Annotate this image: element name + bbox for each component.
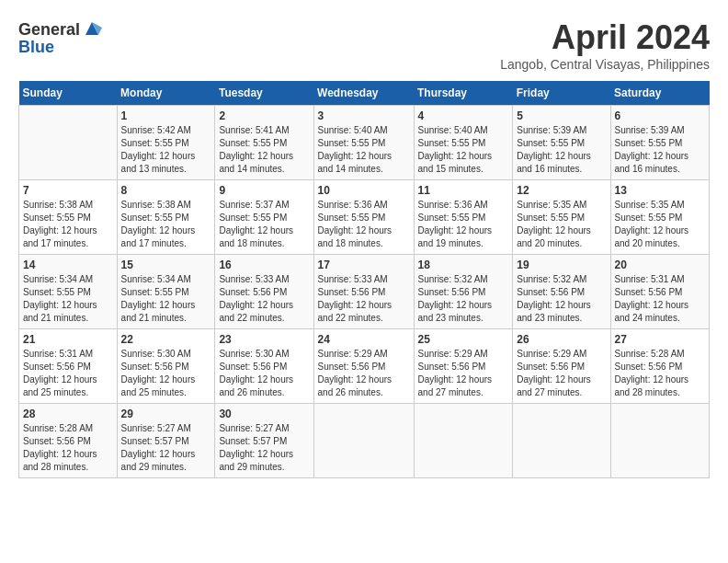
- calendar-cell: 23Sunrise: 5:30 AM Sunset: 5:56 PM Dayli…: [215, 329, 313, 404]
- weekday-header-friday: Friday: [513, 81, 610, 106]
- title-area: April 2024 Langob, Central Visayas, Phil…: [500, 18, 710, 72]
- day-number: 20: [615, 259, 706, 271]
- calendar-cell: 16Sunrise: 5:33 AM Sunset: 5:56 PM Dayli…: [215, 255, 313, 329]
- day-number: 8: [121, 184, 211, 197]
- day-info: Sunrise: 5:40 AM Sunset: 5:55 PM Dayligh…: [418, 124, 509, 176]
- day-number: 17: [318, 259, 410, 271]
- day-info: Sunrise: 5:37 AM Sunset: 5:55 PM Dayligh…: [219, 199, 309, 250]
- calendar-week-3: 14Sunrise: 5:34 AM Sunset: 5:55 PM Dayli…: [19, 255, 710, 329]
- calendar-cell: [513, 404, 610, 478]
- day-info: Sunrise: 5:33 AM Sunset: 5:56 PM Dayligh…: [318, 273, 410, 325]
- day-number: 3: [318, 109, 410, 122]
- day-info: Sunrise: 5:31 AM Sunset: 5:56 PM Dayligh…: [23, 348, 113, 399]
- day-info: Sunrise: 5:38 AM Sunset: 5:55 PM Dayligh…: [23, 199, 113, 250]
- day-info: Sunrise: 5:29 AM Sunset: 5:56 PM Dayligh…: [418, 348, 509, 399]
- calendar-cell: 15Sunrise: 5:34 AM Sunset: 5:55 PM Dayli…: [117, 255, 215, 329]
- day-number: 24: [318, 333, 410, 346]
- day-info: Sunrise: 5:39 AM Sunset: 5:55 PM Dayligh…: [517, 124, 606, 176]
- weekday-header-tuesday: Tuesday: [215, 81, 313, 106]
- weekday-header-monday: Monday: [117, 81, 215, 106]
- day-info: Sunrise: 5:28 AM Sunset: 5:56 PM Dayligh…: [615, 348, 706, 399]
- calendar-cell: 24Sunrise: 5:29 AM Sunset: 5:56 PM Dayli…: [313, 329, 414, 404]
- day-info: Sunrise: 5:34 AM Sunset: 5:55 PM Dayligh…: [121, 273, 211, 325]
- day-info: Sunrise: 5:39 AM Sunset: 5:55 PM Dayligh…: [615, 124, 706, 176]
- day-number: 12: [517, 184, 606, 197]
- calendar-cell: 18Sunrise: 5:32 AM Sunset: 5:56 PM Dayli…: [414, 255, 513, 329]
- calendar-cell: 2Sunrise: 5:41 AM Sunset: 5:55 PM Daylig…: [215, 106, 313, 180]
- day-info: Sunrise: 5:29 AM Sunset: 5:56 PM Dayligh…: [318, 348, 410, 399]
- day-number: 16: [219, 259, 309, 271]
- day-info: Sunrise: 5:35 AM Sunset: 5:55 PM Dayligh…: [517, 199, 606, 250]
- calendar-cell: 8Sunrise: 5:38 AM Sunset: 5:55 PM Daylig…: [117, 180, 215, 255]
- calendar-cell: 14Sunrise: 5:34 AM Sunset: 5:55 PM Dayli…: [19, 255, 118, 329]
- day-info: Sunrise: 5:36 AM Sunset: 5:55 PM Dayligh…: [418, 199, 509, 250]
- day-number: 18: [418, 259, 509, 271]
- weekday-header-wednesday: Wednesday: [313, 81, 414, 106]
- day-number: 4: [418, 109, 509, 122]
- calendar-cell: [19, 106, 118, 180]
- calendar-cell: 7Sunrise: 5:38 AM Sunset: 5:55 PM Daylig…: [19, 180, 118, 255]
- day-number: 14: [23, 259, 113, 271]
- day-info: Sunrise: 5:30 AM Sunset: 5:56 PM Dayligh…: [121, 348, 211, 399]
- day-info: Sunrise: 5:40 AM Sunset: 5:55 PM Dayligh…: [318, 124, 410, 176]
- day-number: 11: [418, 184, 509, 197]
- logo-icon: [82, 18, 102, 41]
- calendar-cell: [610, 404, 710, 478]
- day-info: Sunrise: 5:36 AM Sunset: 5:55 PM Dayligh…: [318, 199, 410, 250]
- day-info: Sunrise: 5:42 AM Sunset: 5:55 PM Dayligh…: [121, 124, 211, 176]
- calendar-cell: 28Sunrise: 5:28 AM Sunset: 5:56 PM Dayli…: [19, 404, 118, 478]
- weekday-header-thursday: Thursday: [414, 81, 513, 106]
- day-number: 7: [23, 184, 113, 197]
- day-info: Sunrise: 5:29 AM Sunset: 5:56 PM Dayligh…: [517, 348, 606, 399]
- calendar-cell: 4Sunrise: 5:40 AM Sunset: 5:55 PM Daylig…: [414, 106, 513, 180]
- day-info: Sunrise: 5:32 AM Sunset: 5:56 PM Dayligh…: [418, 273, 509, 325]
- calendar-cell: 29Sunrise: 5:27 AM Sunset: 5:57 PM Dayli…: [117, 404, 215, 478]
- day-number: 2: [219, 109, 309, 122]
- logo-general-text: General: [18, 20, 80, 40]
- day-info: Sunrise: 5:38 AM Sunset: 5:55 PM Dayligh…: [121, 199, 211, 250]
- day-number: 22: [121, 333, 211, 346]
- day-number: 15: [121, 259, 211, 271]
- day-number: 29: [121, 408, 211, 420]
- day-number: 13: [615, 184, 706, 197]
- day-info: Sunrise: 5:28 AM Sunset: 5:56 PM Dayligh…: [23, 422, 113, 474]
- day-number: 19: [517, 259, 606, 271]
- calendar-cell: 1Sunrise: 5:42 AM Sunset: 5:55 PM Daylig…: [117, 106, 215, 180]
- calendar-cell: [313, 404, 414, 478]
- day-info: Sunrise: 5:41 AM Sunset: 5:55 PM Dayligh…: [219, 124, 309, 176]
- day-info: Sunrise: 5:33 AM Sunset: 5:56 PM Dayligh…: [219, 273, 309, 325]
- day-info: Sunrise: 5:30 AM Sunset: 5:56 PM Dayligh…: [219, 348, 309, 399]
- day-info: Sunrise: 5:27 AM Sunset: 5:57 PM Dayligh…: [121, 422, 211, 474]
- day-number: 25: [418, 333, 509, 346]
- calendar-cell: 21Sunrise: 5:31 AM Sunset: 5:56 PM Dayli…: [19, 329, 118, 404]
- calendar-cell: 17Sunrise: 5:33 AM Sunset: 5:56 PM Dayli…: [313, 255, 414, 329]
- calendar-cell: 22Sunrise: 5:30 AM Sunset: 5:56 PM Dayli…: [117, 329, 215, 404]
- day-number: 10: [318, 184, 410, 197]
- calendar-cell: 11Sunrise: 5:36 AM Sunset: 5:55 PM Dayli…: [414, 180, 513, 255]
- day-number: 6: [615, 109, 706, 122]
- calendar-week-5: 28Sunrise: 5:28 AM Sunset: 5:56 PM Dayli…: [19, 404, 710, 478]
- location-subtitle: Langob, Central Visayas, Philippines: [500, 57, 710, 72]
- calendar-cell: 6Sunrise: 5:39 AM Sunset: 5:55 PM Daylig…: [610, 106, 710, 180]
- calendar-week-1: 1Sunrise: 5:42 AM Sunset: 5:55 PM Daylig…: [19, 106, 710, 180]
- day-info: Sunrise: 5:31 AM Sunset: 5:56 PM Dayligh…: [615, 273, 706, 325]
- calendar-cell: 3Sunrise: 5:40 AM Sunset: 5:55 PM Daylig…: [313, 106, 414, 180]
- month-title: April 2024: [500, 18, 710, 57]
- calendar-cell: 13Sunrise: 5:35 AM Sunset: 5:55 PM Dayli…: [610, 180, 710, 255]
- day-number: 27: [615, 333, 706, 346]
- calendar-cell: 10Sunrise: 5:36 AM Sunset: 5:55 PM Dayli…: [313, 180, 414, 255]
- day-number: 28: [23, 408, 113, 420]
- calendar-table: SundayMondayTuesdayWednesdayThursdayFrid…: [18, 81, 710, 478]
- day-info: Sunrise: 5:32 AM Sunset: 5:56 PM Dayligh…: [517, 273, 606, 325]
- page-header: General Blue April 2024 Langob, Central …: [18, 18, 710, 72]
- weekday-header-sunday: Sunday: [19, 81, 118, 106]
- weekday-header-saturday: Saturday: [610, 81, 710, 106]
- day-number: 21: [23, 333, 113, 346]
- calendar-cell: 19Sunrise: 5:32 AM Sunset: 5:56 PM Dayli…: [513, 255, 610, 329]
- day-info: Sunrise: 5:34 AM Sunset: 5:55 PM Dayligh…: [23, 273, 113, 325]
- calendar-cell: 26Sunrise: 5:29 AM Sunset: 5:56 PM Dayli…: [513, 329, 610, 404]
- day-number: 23: [219, 333, 309, 346]
- day-info: Sunrise: 5:27 AM Sunset: 5:57 PM Dayligh…: [219, 422, 309, 474]
- calendar-cell: 12Sunrise: 5:35 AM Sunset: 5:55 PM Dayli…: [513, 180, 610, 255]
- calendar-cell: 20Sunrise: 5:31 AM Sunset: 5:56 PM Dayli…: [610, 255, 710, 329]
